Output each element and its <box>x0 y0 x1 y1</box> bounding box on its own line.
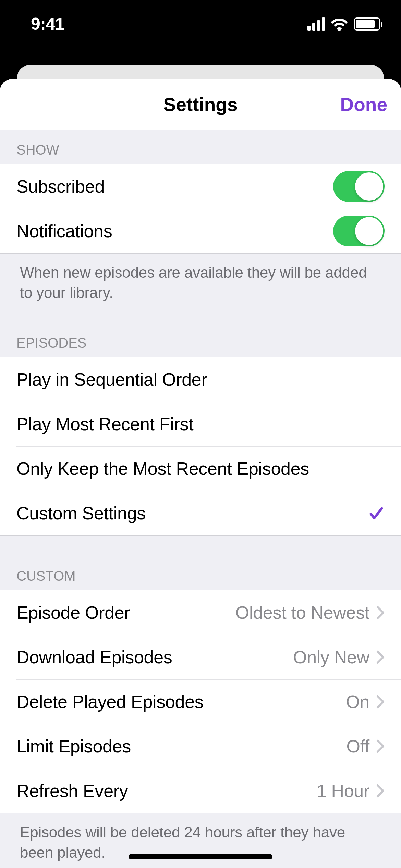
row-episode-order[interactable]: Episode Order Oldest to Newest <box>0 590 401 635</box>
cellular-signal-icon <box>307 17 325 31</box>
row-value: Only New <box>293 647 369 667</box>
group-custom: Episode Order Oldest to Newest Download … <box>0 590 401 813</box>
row-value: Oldest to Newest <box>235 602 369 623</box>
chevron-right-icon <box>376 606 385 619</box>
row-label: Play in Sequential Order <box>16 369 385 390</box>
settings-sheet: Settings Done SHOW Subscribed Notificati… <box>0 79 401 868</box>
row-download-episodes[interactable]: Download Episodes Only New <box>0 635 401 679</box>
checkmark-icon <box>368 505 385 521</box>
row-notifications[interactable]: Notifications <box>0 209 401 253</box>
home-indicator[interactable] <box>129 854 272 859</box>
chevron-right-icon <box>376 695 385 709</box>
row-label: Only Keep the Most Recent Episodes <box>16 458 385 479</box>
row-play-recent-first[interactable]: Play Most Recent First <box>0 402 401 446</box>
done-button[interactable]: Done <box>340 94 388 116</box>
row-label: Download Episodes <box>16 647 293 667</box>
row-limit-episodes[interactable]: Limit Episodes Off <box>0 724 401 769</box>
section-footer-show: When new episodes are available they wil… <box>0 254 401 317</box>
group-show: Subscribed Notifications <box>0 164 401 254</box>
status-bar: 9:41 <box>0 0 401 48</box>
row-label: Notifications <box>16 221 333 241</box>
row-value: 1 Hour <box>317 781 369 801</box>
row-value: On <box>346 691 369 712</box>
row-custom-settings[interactable]: Custom Settings <box>0 491 401 535</box>
row-label: Delete Played Episodes <box>16 691 346 712</box>
row-keep-recent[interactable]: Only Keep the Most Recent Episodes <box>0 446 401 491</box>
subscribed-toggle[interactable] <box>333 171 385 202</box>
battery-icon <box>354 17 380 31</box>
section-header-custom: CUSTOM <box>0 536 401 590</box>
row-label: Limit Episodes <box>16 736 346 757</box>
section-footer-custom: Episodes will be deleted 24 hours after … <box>0 813 401 868</box>
row-play-sequential[interactable]: Play in Sequential Order <box>0 357 401 402</box>
wifi-icon <box>331 17 348 31</box>
row-value: Off <box>346 736 369 757</box>
section-header-episodes: EPISODES <box>0 317 401 357</box>
row-label: Custom Settings <box>16 503 368 523</box>
row-label: Episode Order <box>16 602 235 623</box>
page-title: Settings <box>163 94 238 116</box>
notifications-toggle[interactable] <box>333 216 385 246</box>
group-episodes: Play in Sequential Order Play Most Recen… <box>0 357 401 536</box>
chevron-right-icon <box>376 784 385 798</box>
row-delete-played[interactable]: Delete Played Episodes On <box>0 679 401 724</box>
row-label: Play Most Recent First <box>16 414 385 434</box>
section-header-show: SHOW <box>0 130 401 164</box>
nav-bar: Settings Done <box>0 79 401 130</box>
row-refresh-every[interactable]: Refresh Every 1 Hour <box>0 769 401 813</box>
row-label: Subscribed <box>16 176 333 197</box>
chevron-right-icon <box>376 739 385 753</box>
content-scroll[interactable]: SHOW Subscribed Notifications When new e… <box>0 130 401 868</box>
row-label: Refresh Every <box>16 781 317 801</box>
status-icons <box>307 17 380 31</box>
status-time: 9:41 <box>31 14 64 34</box>
chevron-right-icon <box>376 650 385 664</box>
row-subscribed[interactable]: Subscribed <box>0 164 401 209</box>
